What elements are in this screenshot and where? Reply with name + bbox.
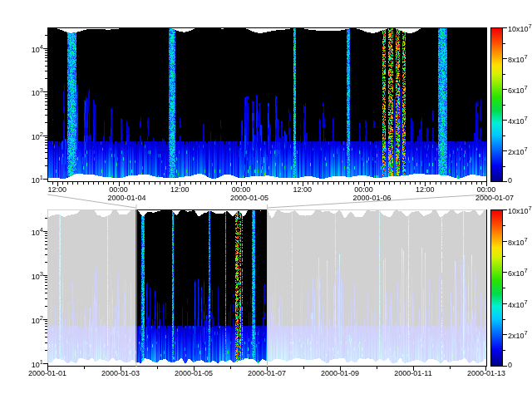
context-colorbar-minor-tick: [503, 225, 505, 226]
detail-x-minor-tick: [466, 182, 466, 185]
detail-x-minor-tick: [124, 182, 125, 185]
detail-y-tick-label: 101: [20, 174, 43, 185]
context-y-minor-tick: [45, 329, 47, 330]
detail-y-minor-tick: [45, 94, 47, 95]
detail-colorbar: [490, 27, 503, 182]
context-y-minor-tick: [45, 326, 47, 327]
detail-x-minor-tick: [461, 182, 461, 185]
context-x-minor-tick: [303, 367, 304, 369]
detail-y-major-tick: [43, 135, 47, 136]
detail-x-minor-tick: [471, 182, 472, 185]
detail-x-tick-label: 00:00: [470, 185, 503, 194]
detail-x-minor-tick: [134, 182, 135, 185]
context-y-minor-tick: [45, 350, 47, 351]
detail-y-minor-tick: [45, 71, 47, 71]
context-y-tick-label: 102: [20, 314, 43, 325]
context-y-major-tick: [43, 231, 47, 232]
detail-x-minor-tick: [262, 182, 263, 185]
detail-x-minor-tick: [231, 182, 232, 185]
context-y-major-tick: [43, 363, 47, 364]
detail-x-minor-tick: [200, 182, 201, 185]
detail-x-tick-label: 12:00: [408, 185, 441, 194]
detail-x-minor-tick: [256, 182, 257, 185]
detail-y-minor-tick: [45, 61, 47, 62]
context-x-minor-tick: [157, 367, 158, 369]
context-x-tick-label: 2000-01-09: [315, 369, 365, 377]
detail-colorbar-tick-label: 2x107: [508, 145, 528, 156]
detail-x-minor-tick: [358, 182, 359, 185]
detail-x-minor-tick: [267, 182, 268, 185]
context-y-minor-tick: [45, 277, 47, 278]
detail-y-minor-tick: [45, 55, 47, 56]
detail-x-minor-tick: [144, 182, 145, 185]
detail-x-tick-label: 12:00: [163, 185, 196, 194]
context-x-tick-label: 2000-01-07: [242, 369, 292, 377]
detail-x-date-label: 2000-01-05: [230, 194, 268, 202]
detail-colorbar-major-tick: [503, 58, 507, 59]
detail-x-minor-tick: [149, 182, 150, 185]
detail-x-tick-label: 12:00: [41, 185, 74, 194]
detail-x-minor-tick: [83, 182, 84, 185]
detail-x-minor-tick: [220, 182, 221, 185]
detail-x-minor-tick: [318, 182, 318, 185]
detail-x-minor-tick: [400, 182, 401, 185]
detail-x-minor-tick: [103, 182, 104, 185]
detail-x-minor-tick: [155, 182, 155, 185]
detail-x-minor-tick: [215, 182, 216, 185]
detail-x-minor-tick: [226, 182, 227, 185]
detail-x-date-label: 2000-01-04: [108, 194, 146, 202]
context-x-minor-tick: [84, 367, 85, 369]
context-y-minor-tick: [45, 285, 47, 286]
context-colorbar-tick-label: 2x107: [508, 329, 528, 340]
detail-x-minor-tick: [415, 182, 416, 185]
context-y-minor-tick: [45, 337, 47, 337]
context-colorbar-tick-label: 10x107: [508, 204, 532, 215]
context-y-minor-tick: [45, 279, 47, 280]
detail-y-minor-tick: [45, 101, 47, 102]
detail-y-minor-tick: [45, 35, 47, 36]
detail-colorbar-minor-tick: [503, 166, 505, 167]
detail-x-minor-tick: [185, 182, 185, 185]
context-colorbar-tick-label: 8x107: [508, 236, 528, 247]
detail-x-minor-tick: [308, 182, 308, 185]
detail-x-minor-tick: [430, 182, 431, 185]
context-y-tick-label: 103: [20, 270, 43, 281]
context-y-minor-tick: [45, 306, 47, 307]
context-colorbar-major-tick: [503, 272, 507, 273]
detail-y-minor-tick: [45, 148, 47, 149]
context-dimmed-region-left: [47, 209, 135, 363]
detail-x-minor-tick: [441, 182, 441, 185]
detail-colorbar-tick-label: 0: [508, 176, 512, 185]
context-colorbar-tick-label: 0: [508, 361, 512, 369]
detail-x-minor-tick: [129, 182, 130, 185]
detail-y-minor-tick: [45, 137, 47, 138]
detail-x-minor-tick: [282, 182, 283, 185]
detail-y-minor-tick: [45, 105, 47, 106]
detail-x-minor-tick: [272, 182, 273, 185]
context-colorbar-minor-tick: [503, 256, 505, 257]
context-y-tick-label: 104: [20, 226, 43, 237]
detail-x-minor-tick: [205, 182, 206, 185]
detail-x-minor-tick: [287, 182, 288, 185]
detail-y-minor-tick: [45, 109, 47, 110]
context-x-tick-label: 2000-01-11: [388, 369, 438, 377]
context-y-minor-tick: [45, 342, 47, 343]
detail-y-minor-tick: [45, 115, 47, 116]
context-colorbar-major-tick: [503, 209, 507, 210]
detail-y-minor-tick: [45, 50, 47, 51]
detail-x-minor-tick: [436, 182, 436, 185]
context-y-major-tick: [43, 319, 47, 320]
detail-colorbar-tick-label: 8x107: [508, 53, 528, 64]
detail-y-minor-tick: [45, 142, 47, 143]
detail-y-minor-tick: [45, 158, 47, 159]
detail-x-minor-tick: [160, 182, 160, 185]
detail-x-minor-tick: [195, 182, 196, 185]
detail-x-minor-tick: [108, 182, 109, 185]
context-y-minor-tick: [45, 332, 47, 333]
context-y-minor-tick: [45, 282, 47, 283]
detail-x-minor-tick: [139, 182, 140, 185]
context-y-tick-label: 101: [20, 358, 43, 369]
detail-x-minor-tick: [165, 182, 165, 185]
context-y-minor-tick: [45, 244, 47, 245]
detail-x-minor-tick: [210, 182, 211, 185]
